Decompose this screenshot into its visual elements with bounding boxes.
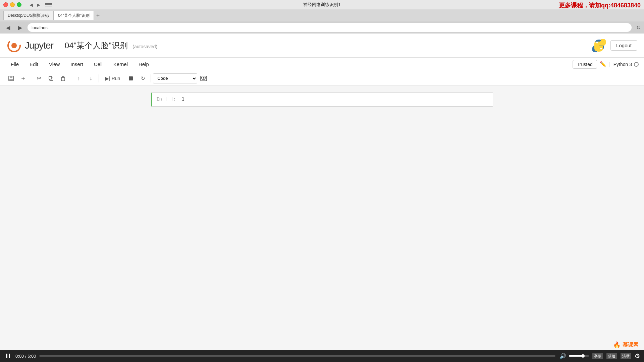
cell-input[interactable]: 1 [179,93,493,106]
play-pause-button[interactable] [4,352,12,360]
promo-text: 更多课程，请加qq:484683840 [559,1,641,9]
browser-tab-1[interactable]: Desktop/DL/5脸脸识别/ [3,11,54,20]
refresh-button[interactable]: ↻ [636,24,641,31]
browser-back-button[interactable]: ◀ [3,23,13,32]
keyboard-shortcuts-button[interactable] [198,73,209,84]
titlebar: ◀ ▶ 神经网络训练识别1 更多课程，请加qq:484683840 [0,0,644,9]
svg-point-2 [596,42,598,43]
video-progress-bar[interactable] [39,355,555,357]
menu-file[interactable]: File [5,59,24,70]
jupyter-header: Jupyter 04"某个人脸"识别 (autosaved) Logout [0,34,644,58]
menu-cell[interactable]: Cell [89,59,108,70]
restart-button[interactable]: ↻ [137,73,149,84]
svg-rect-8 [49,76,52,79]
kernel-status-icon [634,62,639,67]
move-down-button[interactable]: ↓ [85,73,97,84]
kernel-name-label: Python 3 [613,62,632,67]
copy-icon [48,76,54,81]
new-tab-button[interactable]: + [94,11,102,19]
browser-forward-button[interactable]: ▶ [15,23,25,32]
pause-icon [6,353,10,359]
move-up-button[interactable]: ↑ [73,73,85,84]
logout-button[interactable]: Logout [610,40,637,51]
menu-edit[interactable]: Edit [24,59,44,70]
notebook-content: In [ ]: 1 [0,86,644,350]
browser-tab-2[interactable]: 04"某个人脸"识别 [54,11,94,20]
maximize-button[interactable] [17,2,21,7]
volume-bar[interactable] [569,355,589,357]
jupyter-brand: Jupyter 04"某个人脸"识别 (autosaved) [7,38,157,53]
svg-rect-17 [205,78,206,79]
svg-rect-20 [9,354,10,358]
save-icon [8,75,14,81]
svg-rect-16 [203,78,204,79]
toolbar-separator-4 [151,74,151,82]
autosaved-label: (autosaved) [132,44,157,49]
caption-button-3[interactable]: 清晰 [621,353,631,359]
minimize-button[interactable] [10,2,15,7]
cut-button[interactable]: ✂ [33,73,45,84]
page-title: 神经网络训练识别1 [303,2,340,8]
paste-button[interactable] [57,73,69,84]
python-logo-icon [592,38,606,53]
toolbar-separator-2 [71,74,71,82]
titlebar-nav: ◀ ▶ [28,2,42,7]
caption-button-1[interactable]: 字幕 [592,353,603,359]
menu-kernel[interactable]: Kernel [108,59,133,70]
notebook-title: 04"某个人脸"识别 (autosaved) [65,40,157,51]
svg-rect-18 [202,79,205,80]
stop-button[interactable] [125,73,137,84]
svg-point-1 [11,43,17,48]
svg-rect-5 [10,76,12,78]
url-bar: ◀ ▶ localhost ↻ [0,21,644,34]
video-time: 0:00 / 6:00 [15,354,36,359]
svg-rect-6 [9,79,13,80]
menubar: File Edit View Insert Cell Kernel Help T… [0,58,644,71]
menu-help[interactable]: Help [133,59,154,70]
trusted-button[interactable]: Trusted [573,60,597,69]
svg-point-3 [600,48,602,49]
toolbar-separator-3 [99,74,99,82]
add-cell-button[interactable]: + [17,73,29,84]
run-button[interactable]: ▶| Run [101,73,124,84]
keyboard-icon [200,76,207,81]
svg-rect-14 [205,77,206,78]
toolbar-separator-1 [31,74,31,82]
svg-rect-19 [6,354,7,358]
menu-insert[interactable]: Insert [65,59,89,70]
cell-label: In [ ]: [152,93,179,106]
close-button[interactable] [3,2,8,7]
volume-control: 🔊 [559,352,589,360]
jupyter-wordmark: Jupyter [25,40,53,51]
edit-icon-button[interactable]: ✏️ [600,61,606,67]
kernel-indicator: Python 3 [609,62,639,67]
back-button[interactable]: ◀ [28,2,34,7]
settings-button[interactable]: ⚙ [635,352,640,360]
volume-fill [569,355,583,357]
url-input[interactable]: localhost [28,23,632,32]
traffic-lights [3,2,21,7]
watermark: 🔥 慕课网 [613,341,639,349]
video-controls: 0:00 / 6:00 🔊 字幕 倍速 清晰 ⚙ 🔥 慕课网 [0,350,644,362]
browser-tabbar: Desktop/DL/5脸脸识别/ 04"某个人脸"识别 + [0,9,644,21]
cell-type-select[interactable]: Code Markdown Raw NBConvert [153,73,197,83]
copy-button[interactable] [45,73,57,84]
save-button[interactable] [5,73,17,84]
sidebar-icon[interactable] [45,2,52,7]
paste-icon [60,76,66,81]
menu-view[interactable]: View [44,59,65,70]
svg-rect-12 [201,77,202,78]
volume-button[interactable]: 🔊 [559,352,567,360]
caption-button-2[interactable]: 倍速 [606,353,617,359]
toolbar: + ✂ ↑ ↓ ▶| Run [0,71,644,86]
svg-rect-15 [201,78,202,79]
jupyter-logo-icon [7,38,21,53]
forward-button[interactable]: ▶ [36,2,42,7]
jupyter-main: Jupyter 04"某个人脸"识别 (autosaved) Logout Fi… [0,34,644,350]
volume-knob [581,354,585,358]
svg-rect-13 [203,77,204,78]
run-label: Run [112,76,120,81]
cell-container: In [ ]: 1 [134,93,510,107]
code-cell-1[interactable]: In [ ]: 1 [151,93,493,107]
jupyter-header-right: Logout [592,38,637,53]
